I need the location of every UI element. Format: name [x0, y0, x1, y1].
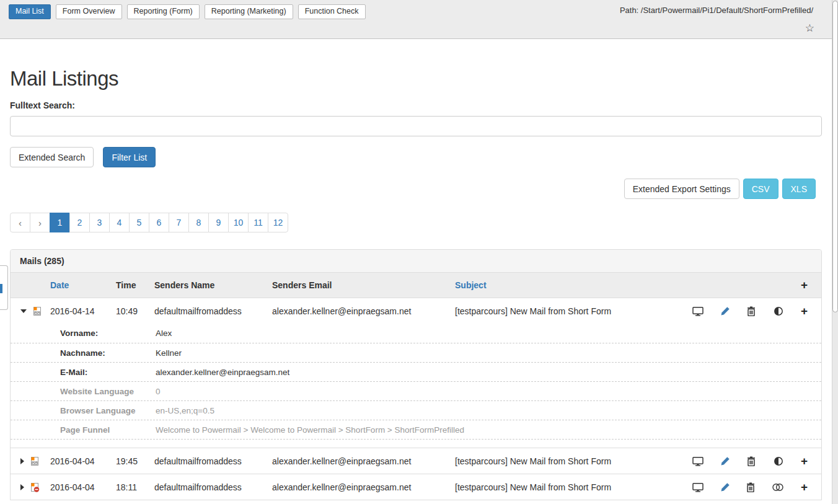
breadcrumb-path: Path: /Start/Powermail/Pi1/Default/Short… [620, 6, 813, 15]
detail-value: alexander.kellner@einpraegsam.net [156, 368, 821, 377]
cell-senders-email: alexander.kellner@einpraegsam.net [272, 482, 455, 492]
filter-list-button[interactable]: Filter List [103, 147, 156, 167]
xls-export-button[interactable]: XLS [782, 179, 816, 199]
preview-monitor-icon[interactable] [692, 456, 703, 466]
add-plus-icon[interactable]: + [801, 482, 808, 492]
vertical-scrollbar[interactable] [832, 0, 838, 504]
frame-collapse-handle[interactable] [0, 265, 8, 310]
detail-value: en-US,en;q=0.5 [156, 406, 821, 415]
table-row: 2016-04-14 10:49 defaultmailfromaddess a… [11, 298, 821, 324]
column-header-subject[interactable]: Subject [455, 280, 685, 290]
add-column-icon[interactable]: + [801, 280, 821, 291]
page-title: Mail Listings [10, 67, 822, 91]
expand-toggle[interactable] [11, 456, 50, 466]
detail-row: Vorname: Alex [11, 324, 821, 343]
add-plus-icon[interactable]: + [801, 456, 808, 466]
fulltext-search-input[interactable] [10, 116, 822, 136]
module-tabs: Mail List Form Overview Reporting (Form)… [9, 4, 366, 19]
pagination: ‹ › 1 2 3 4 5 6 7 8 9 10 11 12 [10, 213, 822, 232]
expand-toggle[interactable] [11, 306, 50, 316]
tab-form-overview[interactable]: Form Overview [56, 4, 122, 19]
table-header-row: Date Time Senders Name Senders Email Sub… [11, 273, 821, 298]
table-row: 2016-04-04 19:45 defaultmailfromaddess a… [11, 448, 821, 474]
column-header-date[interactable]: Date [50, 280, 116, 290]
delete-trash-icon[interactable] [746, 482, 755, 492]
detail-value: 0 [156, 387, 821, 396]
visibility-toggle-on-icon[interactable] [773, 306, 784, 316]
pagination-page-3[interactable]: 3 [89, 213, 110, 232]
csv-export-button[interactable]: CSV [743, 179, 778, 199]
search-buttons: Extended Search Filter List [10, 147, 822, 167]
mail-record-icon [32, 306, 42, 316]
cell-time: 19:45 [116, 456, 154, 466]
edit-pencil-icon[interactable] [720, 482, 730, 492]
scrollbar-thumb[interactable] [832, 1, 838, 312]
cell-subject: [testparcours] New Mail from Short Form [455, 482, 685, 492]
frame-collapse-accent [0, 284, 2, 293]
edit-pencil-icon[interactable] [720, 456, 730, 466]
cell-subject: [testparcours] New Mail from Short Form [455, 306, 685, 316]
delete-trash-icon[interactable] [747, 306, 756, 316]
caret-right-icon [20, 484, 24, 490]
cell-time: 10:49 [116, 306, 154, 316]
detail-row: Website Language 0 [11, 381, 821, 400]
mails-panel: Mails (285) Date Time Senders Name Sende… [10, 249, 822, 500]
cell-time: 18:11 [116, 482, 154, 492]
detail-row: Nachname: Kellner [11, 343, 821, 362]
preview-monitor-icon[interactable] [692, 482, 703, 492]
pagination-page-6[interactable]: 6 [149, 213, 169, 232]
fulltext-search-label: Fulltext Search: [10, 100, 822, 110]
tab-reporting-form[interactable]: Reporting (Form) [127, 4, 200, 19]
pagination-page-11[interactable]: 11 [248, 213, 268, 232]
cell-date: 2016-04-04 [50, 456, 116, 466]
favorite-star-icon[interactable]: ☆ [805, 22, 814, 35]
column-header-senders-name: Senders Name [154, 280, 272, 290]
visibility-toggle-off-icon[interactable] [772, 482, 784, 492]
preview-monitor-icon[interactable] [692, 306, 703, 316]
pagination-page-1[interactable]: 1 [50, 213, 70, 232]
column-header-senders-email: Senders Email [272, 280, 455, 290]
cell-senders-email: alexander.kellner@einpraegsam.net [272, 306, 455, 316]
detail-label: Browser Language [50, 406, 156, 415]
expand-toggle[interactable] [11, 482, 50, 492]
extended-export-settings-button[interactable]: Extended Export Settings [624, 179, 739, 199]
detail-label: Nachname: [50, 348, 156, 358]
cell-senders-email: alexander.kellner@einpraegsam.net [272, 456, 455, 466]
pagination-page-10[interactable]: 10 [228, 213, 249, 232]
pagination-page-12[interactable]: 12 [268, 213, 288, 232]
table-row: 2016-04-04 18:11 defaultmailfromaddess a… [11, 474, 821, 500]
detail-value: Kellner [156, 348, 821, 358]
module-body: Mail Listings Fulltext Search: Extended … [0, 39, 832, 504]
row-actions: + [685, 474, 821, 500]
doc-header: Mail List Form Overview Reporting (Form)… [0, 0, 832, 39]
pagination-prev[interactable]: ‹ [10, 213, 30, 232]
pagination-page-5[interactable]: 5 [129, 213, 149, 232]
add-plus-icon[interactable]: + [801, 306, 808, 316]
pagination-page-2[interactable]: 2 [69, 213, 90, 232]
pagination-page-4[interactable]: 4 [109, 213, 130, 232]
tab-function-check[interactable]: Function Check [298, 4, 366, 19]
detail-label: Website Language [50, 387, 156, 396]
pagination-page-8[interactable]: 8 [188, 213, 209, 232]
detail-label: Vorname: [50, 329, 156, 338]
detail-label: E-Mail: [50, 368, 156, 377]
tab-mail-list[interactable]: Mail List [9, 4, 51, 19]
cell-subject: [testparcours] New Mail from Short Form [455, 456, 685, 466]
delete-trash-icon[interactable] [747, 456, 756, 466]
pagination-page-9[interactable]: 9 [208, 213, 229, 232]
row-actions: + [685, 448, 821, 474]
edit-pencil-icon[interactable] [720, 306, 730, 316]
detail-label: Page Funnel [50, 425, 156, 435]
cell-date: 2016-04-04 [50, 482, 116, 492]
extended-search-button[interactable]: Extended Search [10, 147, 94, 167]
detail-row: E-Mail: alexander.kellner@einpraegsam.ne… [11, 362, 821, 381]
export-buttons: Extended Export Settings CSV XLS [10, 179, 816, 199]
visibility-toggle-on-icon[interactable] [773, 456, 784, 466]
pagination-page-7[interactable]: 7 [169, 213, 189, 232]
pagination-next[interactable]: › [30, 213, 50, 232]
cell-senders-name: defaultmailfromaddess [154, 306, 272, 316]
caret-right-icon [20, 458, 24, 464]
caret-down-icon [20, 309, 27, 313]
mail-record-icon [30, 456, 40, 466]
tab-reporting-marketing[interactable]: Reporting (Marketing) [205, 4, 293, 19]
